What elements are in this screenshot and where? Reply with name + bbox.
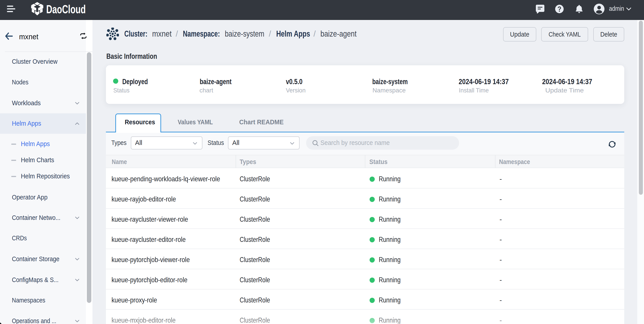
svg-text:DaoCloud: DaoCloud xyxy=(46,3,86,16)
